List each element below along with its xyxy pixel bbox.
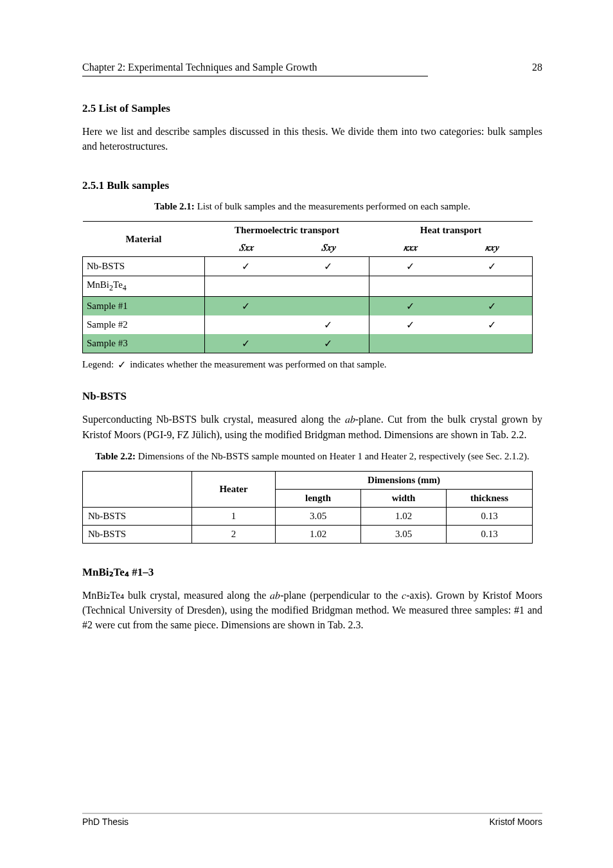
table-2-1: MaterialThermoelectric transportHeat tra… bbox=[82, 221, 533, 353]
table-2-2: HeaterDimensions (mm)lengthwidththicknes… bbox=[82, 471, 533, 544]
table-2-1-label: Table 2.1: bbox=[154, 201, 195, 211]
page-number: 28 bbox=[532, 62, 542, 73]
legend-prefix: Legend: bbox=[82, 359, 114, 370]
nb-bsts-para: Superconducting Nb-BSTS bulk crystal, me… bbox=[82, 412, 542, 441]
table-2-2-caption: Table 2.2: Dimensions of the Nb-BSTS sam… bbox=[82, 451, 542, 462]
running-head: Chapter 2: Experimental Techniques and S… bbox=[82, 62, 428, 76]
section-heading-2-5: 2.5 List of Samples bbox=[82, 102, 542, 115]
footer-right: Kristof Moors bbox=[490, 817, 542, 827]
table-2-1-caption: Table 2.1: List of bulk samples and the … bbox=[82, 201, 542, 212]
page-footer: PhD Thesis Kristof Moors bbox=[82, 813, 542, 827]
check-icon: ✓ bbox=[118, 359, 126, 371]
table-2-2-label: Table 2.2: bbox=[95, 451, 136, 461]
heading-mnbite: MnBi₂Te₄ #1–3 bbox=[82, 565, 542, 579]
legend-text: indicates whether the measurement was pe… bbox=[130, 359, 386, 370]
heading-nb-bsts: Nb-BSTS bbox=[82, 390, 542, 403]
table-2-1-legend: Legend: ✓ indicates whether the measurem… bbox=[82, 359, 542, 371]
footer-left: PhD Thesis bbox=[82, 817, 129, 827]
mnbite-para: MnBi₂Te₄ bulk crystal, measured along th… bbox=[82, 588, 542, 633]
section-heading-2-5-1: 2.5.1 Bulk samples bbox=[82, 179, 542, 192]
table-2-2-caption-text: Dimensions of the Nb-BSTS sample mounted… bbox=[138, 451, 529, 461]
section-2-5-para: Here we list and describe samples discus… bbox=[82, 124, 542, 154]
table-2-1-caption-text: List of bulk samples and the measurement… bbox=[197, 201, 470, 211]
